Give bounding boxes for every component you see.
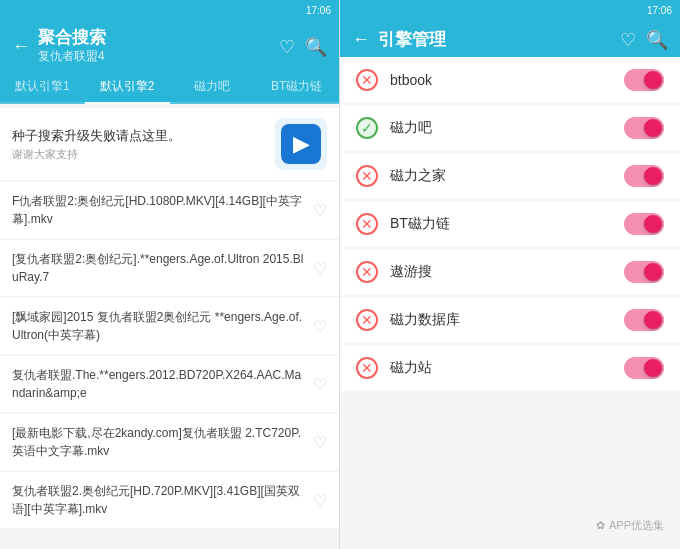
left-heart-icon[interactable]: ♡ bbox=[279, 36, 295, 58]
engine-name: BT磁力链 bbox=[390, 215, 612, 233]
right-status-bar: 17:06 bbox=[340, 0, 680, 20]
engine-name: btbook bbox=[390, 72, 612, 88]
engine-toggle[interactable] bbox=[624, 165, 664, 187]
left-panel: 17:06 ← 聚合搜索 复仇者联盟4 ♡ 🔍 默认引擎1默认引擎2磁力吧BT磁… bbox=[0, 0, 340, 549]
list-item[interactable]: [飘域家园]2015 复仇者联盟2奥创纪元 **engers.Age.of.Ul… bbox=[0, 298, 339, 354]
list-item-heart-icon[interactable]: ♡ bbox=[313, 375, 327, 394]
right-time: 17:06 bbox=[647, 5, 672, 16]
banner-icon: ▶ bbox=[275, 118, 327, 170]
tab-2[interactable]: 磁力吧 bbox=[170, 71, 255, 104]
engine-status-icon[interactable]: ✕ bbox=[356, 357, 378, 379]
list-item-heart-icon[interactable]: ♡ bbox=[313, 491, 327, 510]
tab-1[interactable]: 默认引擎2 bbox=[85, 71, 170, 104]
engine-toggle[interactable] bbox=[624, 117, 664, 139]
svg-text:▶: ▶ bbox=[293, 131, 310, 156]
engine-name: 磁力之家 bbox=[390, 167, 612, 185]
right-heart-icon[interactable]: ♡ bbox=[620, 29, 636, 51]
engine-toggle[interactable] bbox=[624, 357, 664, 379]
engine-toggle[interactable] bbox=[624, 309, 664, 331]
engine-toggle[interactable] bbox=[624, 261, 664, 283]
list-item-text: 复仇者联盟.The.**engers.2012.BD720P.X264.AAC.… bbox=[12, 366, 305, 402]
left-subtitle: 复仇者联盟4 bbox=[38, 48, 271, 65]
list-item-text: [复仇者联盟2:奥创纪元].**engers.Age.of.Ultron 201… bbox=[12, 250, 305, 286]
list-item[interactable]: [最新电影下载,尽在2kandy.com]复仇者联盟 2.TC720P.英语中文… bbox=[0, 414, 339, 470]
engine-status-icon[interactable]: ✕ bbox=[356, 165, 378, 187]
banner-subtext: 谢谢大家支持 bbox=[12, 147, 265, 162]
engine-item: ✕磁力之家 bbox=[340, 153, 680, 199]
engine-name: 磁力数据库 bbox=[390, 311, 612, 329]
tab-3[interactable]: BT磁力链 bbox=[254, 71, 339, 104]
list-item-text: F仇者联盟2:奥创纪元[HD.1080P.MKV][4.14GB][中英字幕].… bbox=[12, 192, 305, 228]
list-item-heart-icon[interactable]: ♡ bbox=[313, 201, 327, 220]
engine-item: ✓磁力吧 bbox=[340, 105, 680, 151]
left-content[interactable]: 种子搜索升级失败请点这里。 谢谢大家支持 ▶ F仇者联盟2:奥创纪元[HD.10… bbox=[0, 104, 339, 549]
banner-text: 种子搜索升级失败请点这里。 bbox=[12, 127, 265, 145]
watermark-icon: ✿ bbox=[596, 519, 605, 532]
left-status-icons: 17:06 bbox=[306, 5, 331, 16]
engine-item: ✕遨游搜 bbox=[340, 249, 680, 295]
engine-list: ✕btbook✓磁力吧✕磁力之家✕BT磁力链✕遨游搜✕磁力数据库✕磁力站 bbox=[340, 57, 680, 549]
right-back-button[interactable]: ← bbox=[352, 29, 370, 50]
engine-name: 遨游搜 bbox=[390, 263, 612, 281]
list-item-heart-icon[interactable]: ♡ bbox=[313, 259, 327, 278]
engine-item: ✕BT磁力链 bbox=[340, 201, 680, 247]
right-status-icons: 17:06 bbox=[647, 5, 672, 16]
left-title: 聚合搜索 bbox=[38, 28, 271, 48]
right-header-icons: ♡ 🔍 bbox=[620, 29, 668, 51]
right-header: ← 引擎管理 ♡ 🔍 bbox=[340, 20, 680, 57]
list-item-text: [飘域家园]2015 复仇者联盟2奥创纪元 **engers.Age.of.Ul… bbox=[12, 308, 305, 344]
engine-toggle[interactable] bbox=[624, 69, 664, 91]
engine-item: ✕btbook bbox=[340, 57, 680, 103]
watermark: ✿ APP优选集 bbox=[596, 518, 664, 533]
engine-status-icon[interactable]: ✕ bbox=[356, 213, 378, 235]
left-search-icon[interactable]: 🔍 bbox=[305, 36, 327, 58]
list-item[interactable]: [复仇者联盟2:奥创纪元].**engers.Age.of.Ultron 201… bbox=[0, 240, 339, 296]
list-item-text: [最新电影下载,尽在2kandy.com]复仇者联盟 2.TC720P.英语中文… bbox=[12, 424, 305, 460]
left-tabs: 默认引擎1默认引擎2磁力吧BT磁力链 bbox=[0, 71, 339, 104]
engine-status-icon[interactable]: ✓ bbox=[356, 117, 378, 139]
result-list: F仇者联盟2:奥创纪元[HD.1080P.MKV][4.14GB][中英字幕].… bbox=[0, 182, 339, 528]
list-item[interactable]: 复仇者联盟.The.**engers.2012.BD720P.X264.AAC.… bbox=[0, 356, 339, 412]
left-title-group: 聚合搜索 复仇者联盟4 bbox=[38, 28, 271, 65]
right-title: 引擎管理 bbox=[378, 28, 612, 51]
tab-0[interactable]: 默认引擎1 bbox=[0, 71, 85, 104]
right-panel: 17:06 ← 引擎管理 ♡ 🔍 ✕btbook✓磁力吧✕磁力之家✕BT磁力链✕… bbox=[340, 0, 680, 549]
list-item[interactable]: F仇者联盟2:奥创纪元[HD.1080P.MKV][4.14GB][中英字幕].… bbox=[0, 182, 339, 238]
left-status-bar: 17:06 bbox=[0, 0, 339, 20]
watermark-text: APP优选集 bbox=[609, 518, 664, 533]
left-header: ← 聚合搜索 复仇者联盟4 ♡ 🔍 bbox=[0, 20, 339, 71]
engine-name: 磁力站 bbox=[390, 359, 612, 377]
engine-name: 磁力吧 bbox=[390, 119, 612, 137]
engine-item: ✕磁力站 bbox=[340, 345, 680, 391]
list-item-heart-icon[interactable]: ♡ bbox=[313, 433, 327, 452]
engine-toggle[interactable] bbox=[624, 213, 664, 235]
left-header-icons: ♡ 🔍 bbox=[279, 36, 327, 58]
list-item-heart-icon[interactable]: ♡ bbox=[313, 317, 327, 336]
list-item-text: 复仇者联盟2.奥创纪元[HD.720P.MKV][3.41GB][国英双语][中… bbox=[12, 482, 305, 518]
right-search-icon[interactable]: 🔍 bbox=[646, 29, 668, 51]
engine-status-icon[interactable]: ✕ bbox=[356, 309, 378, 331]
left-time: 17:06 bbox=[306, 5, 331, 16]
engine-status-icon[interactable]: ✕ bbox=[356, 261, 378, 283]
left-back-button[interactable]: ← bbox=[12, 36, 30, 57]
list-item[interactable]: 复仇者联盟2.奥创纪元[HD.720P.MKV][3.41GB][国英双语][中… bbox=[0, 472, 339, 528]
engine-status-icon[interactable]: ✕ bbox=[356, 69, 378, 91]
engine-item: ✕磁力数据库 bbox=[340, 297, 680, 343]
banner: 种子搜索升级失败请点这里。 谢谢大家支持 ▶ bbox=[0, 108, 339, 180]
banner-text-group: 种子搜索升级失败请点这里。 谢谢大家支持 bbox=[12, 127, 265, 162]
